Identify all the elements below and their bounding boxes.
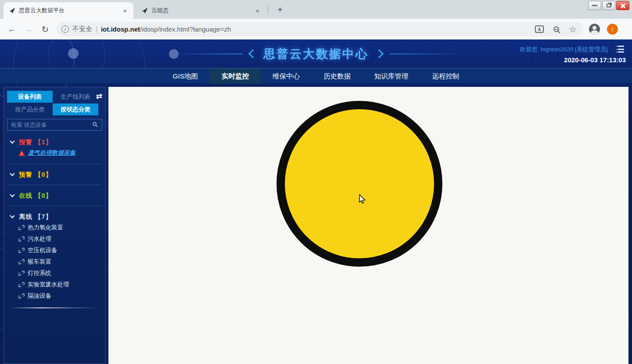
forward-icon[interactable]: → <box>20 24 37 34</box>
welcome-prefix: 欢迎您 <box>520 46 538 53</box>
device-label[interactable]: 灯控系统 <box>28 269 51 277</box>
datetime-display: 2020-06-03 17:13:03 <box>564 56 626 64</box>
broken-link-icon <box>18 225 25 231</box>
webpage: 思普云大数据中心 欢迎您 hignton2020 [系统管理员] 2020-06… <box>0 39 632 364</box>
search-icon[interactable] <box>93 122 97 126</box>
tab-title: 思普云大数据平台 <box>19 7 118 14</box>
group-warning[interactable]: 预警 【0】 <box>7 169 102 180</box>
device-label[interactable]: 热力氧化装置 <box>28 224 63 232</box>
username[interactable]: hignton2020 <box>541 46 573 53</box>
nav-item-remote[interactable]: 远程控制 <box>420 68 471 84</box>
group-online-label: 在线 【0】 <box>19 192 52 200</box>
screen: 思普云大数据平台 × 云组态 × + ← → ↻ i 不安全 | iot.ido… <box>0 0 632 364</box>
site-banner: 思普云大数据中心 欢迎您 hignton2020 [系统管理员] 2020-06… <box>0 39 632 68</box>
welcome-text: 欢迎您 hignton2020 [系统管理员] <box>520 46 608 54</box>
device-link[interactable]: 废气处理数据采集 <box>28 149 75 157</box>
warning-triangle-icon: ! <box>18 150 25 156</box>
url-host: iot.idosp.net <box>101 25 140 33</box>
nav-item-realtime[interactable]: 实时监控 <box>210 68 261 84</box>
menu-list-icon[interactable] <box>615 46 624 53</box>
monitor-canvas[interactable] <box>108 87 628 364</box>
reload-icon[interactable]: ↻ <box>37 24 54 35</box>
page-url: iot.idosp.net/idosp/index.html?language=… <box>101 25 231 33</box>
site-title: 思普云大数据中心 <box>263 46 369 62</box>
chevron-down-icon[interactable] <box>10 171 14 176</box>
browser-tab-strip: 思普云大数据平台 × 云组态 × + <box>0 0 632 19</box>
group-online[interactable]: 在线 【0】 <box>7 190 102 201</box>
device-label[interactable]: 猴车装置 <box>28 258 51 266</box>
security-label: 不安全 <box>72 25 92 33</box>
device-item-alarm[interactable]: ! 废气处理数据采集 <box>7 147 102 159</box>
mouse-cursor <box>358 194 367 204</box>
chevron-down-icon[interactable] <box>10 139 14 143</box>
group-warning-label: 预警 【0】 <box>19 171 52 179</box>
device-item-offline[interactable]: 灯控系统 <box>7 268 102 279</box>
nav-item-knowledge[interactable]: 知识库管理 <box>363 68 420 84</box>
device-item-offline[interactable]: 实验室废水处理 <box>7 279 102 290</box>
divider <box>8 164 101 164</box>
info-icon[interactable]: i <box>61 25 69 33</box>
status-tree: 报警 【1】 ! 废气处理数据采集 预警 【0】 在线 【0】 <box>7 137 102 308</box>
list-end-divider <box>10 307 100 308</box>
back-icon[interactable]: ← <box>4 24 20 34</box>
url-separator: | <box>96 25 97 33</box>
category-tabs: 按产品分类 按状态分类 <box>7 103 102 115</box>
device-item-offline[interactable]: 隔油设备 <box>7 290 102 302</box>
status-indicator-circle[interactable] <box>276 101 442 267</box>
browser-update-icon[interactable]: ↑ <box>607 24 618 35</box>
group-alarm[interactable]: 报警 【1】 <box>7 137 102 147</box>
broken-link-icon <box>18 270 25 276</box>
device-label[interactable]: 隔油设备 <box>28 292 51 300</box>
nav-item-gis[interactable]: GIS地图 <box>161 68 210 84</box>
device-item-offline[interactable]: 污水处理 <box>7 233 102 245</box>
device-sidebar: 设备列表 生产线列表 ⇄ 按产品分类 按状态分类 报警 【1】 ! 废气处理 <box>4 87 106 364</box>
favicon-icon <box>9 7 15 14</box>
search-input[interactable] <box>11 121 90 128</box>
translate-icon[interactable]: A <box>535 25 544 33</box>
title-decor-chevron-right <box>374 49 384 58</box>
broken-link-icon <box>18 259 25 265</box>
browser-tab-inactive[interactable]: 云组态 × <box>136 2 266 19</box>
divider <box>8 185 101 185</box>
swap-icon[interactable]: ⇄ <box>96 92 102 101</box>
url-path: /idosp/index.html?language=zh <box>140 25 231 33</box>
nav-item-history[interactable]: 历史数据 <box>312 68 363 84</box>
user-role: [系统管理员] <box>575 46 608 53</box>
title-wrap: 思普云大数据中心 <box>0 39 632 68</box>
new-tab-button[interactable]: + <box>274 4 286 16</box>
zoom-out-icon[interactable] <box>553 26 559 32</box>
tab-close-icon[interactable]: × <box>121 7 129 14</box>
device-label[interactable]: 空压机设备 <box>28 246 57 254</box>
main-nav: GIS地图 实时监控 维保中心 历史数据 知识库管理 远程控制 <box>0 68 632 83</box>
address-bar[interactable]: i 不安全 | iot.idosp.net/idosp/index.html?l… <box>56 22 583 36</box>
profile-avatar-icon[interactable] <box>589 24 600 35</box>
device-label[interactable]: 污水处理 <box>28 235 51 243</box>
close-button[interactable] <box>616 1 629 10</box>
tab-by-product[interactable]: 按产品分类 <box>7 103 53 115</box>
restore-button[interactable] <box>602 1 615 10</box>
favicon-icon <box>141 7 148 14</box>
browser-toolbar: ← → ↻ i 不安全 | iot.idosp.net/idosp/index.… <box>0 19 632 39</box>
tab-production-line-list[interactable]: 生产线列表 <box>53 91 98 103</box>
device-item-offline[interactable]: 热力氧化装置 <box>7 222 102 233</box>
browser-tab-active[interactable]: 思普云大数据平台 × <box>4 2 133 19</box>
chevron-down-icon[interactable] <box>10 213 14 218</box>
device-label[interactable]: 实验室废水处理 <box>28 281 69 289</box>
tab-close-icon[interactable]: × <box>254 7 262 14</box>
tab-device-list[interactable]: 设备列表 <box>7 91 53 103</box>
chevron-down-icon[interactable] <box>10 192 14 197</box>
group-alarm-label: 报警 【1】 <box>19 138 52 146</box>
window-controls <box>588 1 629 10</box>
toolbar-right: ↑ <box>589 24 618 35</box>
search-box <box>7 119 102 131</box>
tab-by-status[interactable]: 按状态分类 <box>53 103 98 115</box>
device-item-offline[interactable]: 猴车装置 <box>7 256 102 268</box>
tab-divider <box>268 5 268 14</box>
bookmark-star-icon[interactable]: ☆ <box>569 24 577 35</box>
group-offline[interactable]: 离线 【7】 <box>7 211 102 222</box>
list-type-tabs: 设备列表 生产线列表 ⇄ <box>7 91 102 103</box>
nav-item-maintenance[interactable]: 维保中心 <box>261 68 312 84</box>
group-offline-label: 离线 【7】 <box>19 213 52 221</box>
minimize-button[interactable] <box>588 1 601 10</box>
device-item-offline[interactable]: 空压机设备 <box>7 245 102 256</box>
